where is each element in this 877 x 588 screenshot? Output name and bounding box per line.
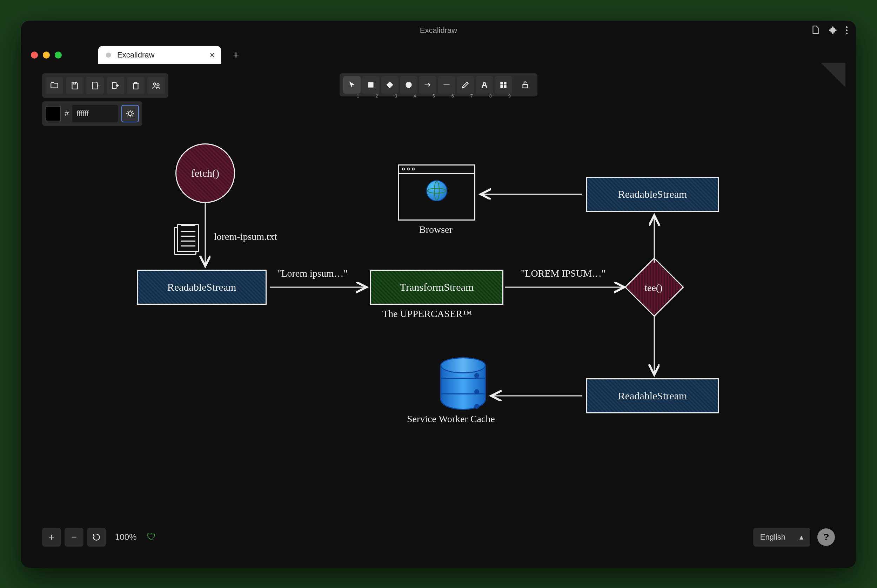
help-button[interactable]: ? xyxy=(817,528,835,546)
new-tab-button[interactable]: + xyxy=(233,49,239,61)
tab-close-icon[interactable]: × xyxy=(210,50,215,60)
app-title: Excalidraw xyxy=(420,26,457,35)
browser-tab[interactable]: Excalidraw × xyxy=(98,46,221,64)
svg-point-0 xyxy=(106,52,111,57)
window-controls: Excalidraw × + xyxy=(21,40,856,64)
page-icon[interactable] xyxy=(811,25,820,36)
statusbar: + − 100% 🛡 English ▴ ? xyxy=(42,528,835,547)
kebab-menu-icon[interactable] xyxy=(846,26,847,34)
maximize-window-button[interactable] xyxy=(55,51,62,58)
tab-title: Excalidraw xyxy=(117,51,154,60)
app-window: Excalidraw Excalidraw × + # xyxy=(21,21,856,568)
diagram-canvas[interactable]: fetch() lorem-ipsum.txt ReadableStream "… xyxy=(32,63,845,557)
minimize-window-button[interactable] xyxy=(43,51,50,58)
titlebar: Excalidraw xyxy=(21,21,856,40)
chevron-up-icon: ▴ xyxy=(799,532,803,542)
zoom-in-button[interactable]: + xyxy=(42,528,61,547)
zoom-out-button[interactable]: − xyxy=(65,528,84,547)
close-window-button[interactable] xyxy=(31,51,38,58)
zoom-level: 100% xyxy=(115,532,137,542)
excalidraw-favicon xyxy=(105,51,112,59)
zoom-reset-button[interactable] xyxy=(87,528,106,547)
language-select[interactable]: English ▴ xyxy=(753,528,810,547)
encryption-shield-icon[interactable]: 🛡 xyxy=(147,531,156,542)
extension-icon[interactable] xyxy=(828,25,837,36)
diagram-arrows xyxy=(32,63,845,557)
